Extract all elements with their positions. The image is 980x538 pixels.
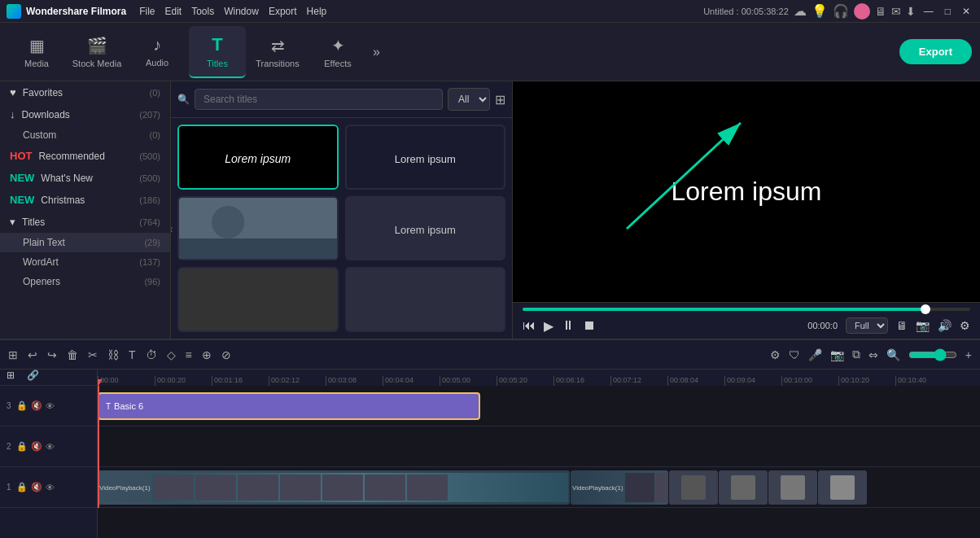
panel-recommended[interactable]: HOT Recommended (500) — [0, 145, 170, 167]
minimize-button[interactable]: — — [921, 6, 937, 17]
video-clip-6[interactable] — [818, 470, 867, 505]
filter-select[interactable]: All — [448, 88, 490, 111]
panel-titles[interactable]: ▾ Titles (764) — [0, 211, 170, 233]
whats-new-count: (500) — [139, 173, 160, 183]
video-clip-5[interactable] — [768, 470, 817, 505]
export-button[interactable]: Export — [899, 39, 972, 64]
tl-adjust-icon[interactable]: ≡ — [186, 348, 192, 361]
title-card-basic3[interactable]: Basic 3 — [345, 267, 506, 332]
mail-icon[interactable]: ✉ — [891, 5, 901, 18]
tool-media[interactable]: ▦ Media — [8, 26, 65, 78]
tool-audio[interactable]: ♪ Audio — [129, 26, 186, 78]
menu-edit[interactable]: Edit — [164, 6, 182, 17]
track2-num: 2 — [7, 442, 11, 451]
menu-tools[interactable]: Tools — [191, 6, 214, 17]
add-track-icon[interactable]: ⊞ — [0, 370, 21, 383]
link-track-icon[interactable]: 🔗 — [24, 370, 42, 383]
progress-fill — [523, 308, 925, 311]
tl-speed-icon[interactable]: ⊘ — [221, 348, 231, 361]
grid-toggle-icon[interactable]: ⊞ — [495, 92, 505, 107]
track3-eye-icon[interactable]: 👁 — [46, 401, 55, 411]
tl-gear-icon[interactable]: ⚙ — [770, 348, 781, 361]
title-card-basic1[interactable]: Basic 1 — [177, 196, 339, 261]
stop-button[interactable]: ⏹ — [583, 318, 596, 333]
progress-bar[interactable] — [523, 308, 970, 311]
track3-mute-icon[interactable]: 🔇 — [31, 400, 42, 411]
skip-back-button[interactable]: ⏮ — [523, 318, 536, 333]
tl-undo-icon[interactable]: ↩ — [28, 348, 37, 361]
tl-zoom-in-icon[interactable]: + — [965, 348, 972, 361]
volume-button[interactable]: 🔊 — [938, 319, 952, 332]
video-clip-1[interactable]: VideoPlayback(1) — [98, 470, 570, 505]
panel-plain-text[interactable]: Plain Text (29) — [0, 233, 170, 252]
tool-stock-media[interactable]: 🎬 Stock Media — [68, 26, 125, 78]
monitor-icon[interactable]: 🖥 — [875, 5, 886, 18]
track2-lock-icon[interactable]: 🔒 — [16, 441, 28, 452]
tl-snap-icon[interactable]: ⊞ — [8, 348, 18, 361]
headset-icon[interactable]: 🎧 — [833, 3, 849, 19]
clip-label: Basic 6 — [114, 401, 143, 411]
track3-lock-icon[interactable]: 🔒 — [16, 400, 28, 411]
menu-export[interactable]: Export — [269, 6, 297, 17]
tl-link-icon[interactable]: ⛓ — [107, 348, 119, 361]
track1-mute-icon[interactable]: 🔇 — [31, 482, 42, 492]
track2-mute-icon[interactable]: 🔇 — [31, 441, 42, 452]
tl-layers-icon[interactable]: ⧉ — [852, 348, 860, 361]
video-clip-4[interactable] — [719, 470, 768, 505]
video-clip-3[interactable] — [669, 470, 718, 505]
track1-eye-icon[interactable]: 👁 — [46, 483, 55, 492]
tl-expand-icon[interactable]: ⇔ — [868, 348, 878, 361]
tl-camera-icon[interactable]: 📷 — [830, 348, 844, 361]
panel-favorites[interactable]: ♥ Favorites (0) — [0, 81, 170, 103]
panel-whats-new[interactable]: NEW What's New (500) — [0, 167, 170, 189]
monitor-button[interactable]: 🖥 — [896, 319, 908, 332]
title-card-basic4[interactable]: Lorem ipsum Basic 4 ⬇ — [345, 125, 506, 190]
panel-downloads[interactable]: ↓ Downloads (207) — [0, 103, 170, 125]
tl-timer-icon[interactable]: ⏱ — [146, 348, 157, 361]
panel-wordart[interactable]: WordArt (137) — [0, 252, 170, 272]
quality-select[interactable]: Full 1/2 1/4 — [846, 317, 888, 334]
tl-mark-icon[interactable]: ◇ — [167, 348, 176, 361]
menu-file[interactable]: File — [139, 6, 155, 17]
search-input[interactable] — [195, 89, 443, 110]
basic4-preview-text: Lorem ipsum — [395, 153, 456, 165]
menu-help[interactable]: Help — [307, 6, 327, 17]
settings-button[interactable]: ⚙ — [960, 319, 970, 332]
tl-delete-icon[interactable]: 🗑 — [67, 348, 78, 361]
scroll-left-icon[interactable]: ‹ — [171, 222, 173, 235]
screenshot-button[interactable]: 📷 — [916, 319, 930, 332]
download-icon[interactable]: ⬇ — [906, 5, 916, 18]
title-clip[interactable]: T Basic 6 — [98, 392, 480, 420]
title-card-basic2[interactable]: Basic 2 — [177, 267, 339, 332]
tl-shield-icon[interactable]: 🛡 — [789, 348, 800, 361]
cloud-icon[interactable]: ☁ — [794, 3, 807, 19]
panel-custom[interactable]: Custom (0) — [0, 125, 170, 145]
pause-button[interactable]: ⏸ — [562, 318, 575, 333]
avatar[interactable] — [854, 3, 870, 20]
tl-ripple-icon[interactable]: ⊕ — [202, 348, 212, 361]
tl-zoom-out-icon[interactable]: 🔍 — [886, 348, 900, 361]
tl-redo-icon[interactable]: ↪ — [47, 348, 57, 361]
zoom-slider[interactable] — [908, 348, 957, 361]
track1-lock-icon[interactable]: 🔒 — [16, 482, 28, 492]
tl-cut-icon[interactable]: ✂ — [88, 348, 98, 361]
panel-christmas[interactable]: NEW Christmas (186) — [0, 189, 170, 211]
bulb-icon[interactable]: 💡 — [812, 3, 828, 19]
panel-openers[interactable]: Openers (96) — [0, 272, 170, 291]
tool-transitions[interactable]: ⇄ Transitions — [249, 26, 306, 78]
tl-mic-icon[interactable]: 🎤 — [808, 348, 822, 361]
video-clip-2[interactable]: VideoPlayback(1) — [571, 470, 668, 505]
close-button[interactable]: ✕ — [959, 6, 973, 17]
tool-effects[interactable]: ✦ Effects — [309, 26, 366, 78]
play-button[interactable]: ▶ — [544, 318, 553, 334]
maximize-button[interactable]: □ — [942, 6, 954, 17]
toolbar-expand[interactable]: » — [373, 45, 380, 59]
tool-titles[interactable]: T Titles — [189, 26, 246, 78]
track2-eye-icon[interactable]: 👁 — [46, 442, 55, 452]
title-card-basic5[interactable]: Lorem ipsum Basic 5 ⬇ — [345, 196, 506, 261]
title-card-basic6[interactable]: Lorem ipsum Basic 6 — [177, 125, 339, 190]
menu-window[interactable]: Window — [224, 6, 259, 17]
tl-text-icon[interactable]: T — [129, 348, 136, 361]
main-area: ♥ Favorites (0) ↓ Downloads (207) Custom… — [0, 81, 980, 339]
openers-label: Openers — [23, 276, 144, 287]
